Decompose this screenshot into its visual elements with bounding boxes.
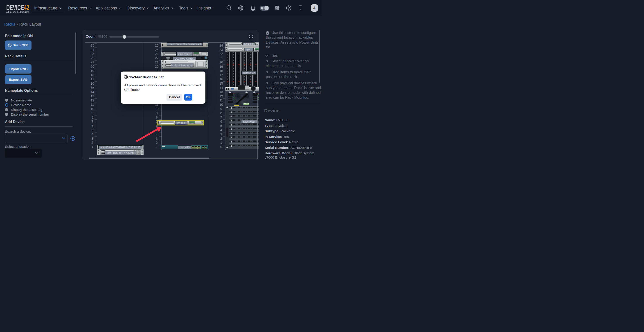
svg-text:16: 16 (91, 82, 94, 85)
svg-text:5: 5 (92, 128, 94, 132)
svg-text:7: 7 (92, 120, 94, 123)
svg-text:21: 21 (91, 60, 94, 64)
svg-text:9: 9 (220, 107, 222, 111)
svg-text:9: 9 (92, 111, 94, 115)
svg-text:10: 10 (91, 107, 94, 111)
svg-text:6: 6 (220, 120, 222, 123)
svg-text:19: 19 (91, 69, 94, 73)
svg-text:14: 14 (91, 90, 94, 94)
svg-text:ups143 / GA07G41017 / 10.42.6.: ups143 / GA07G41017 / 10.42.6.125 (100, 146, 140, 149)
svg-text:2: 2 (92, 141, 94, 144)
svg-text:1: 1 (92, 145, 94, 149)
svg-text:3: 3 (92, 137, 94, 140)
svg-text:22: 22 (220, 52, 223, 55)
svg-text:3: 3 (156, 137, 158, 140)
svg-text:2: 2 (156, 141, 158, 144)
svg-text:13: 13 (91, 94, 94, 98)
svg-text:18: 18 (91, 73, 94, 77)
svg-text:24: 24 (91, 48, 94, 51)
svg-text:9: 9 (156, 111, 158, 115)
svg-text:1: 1 (156, 145, 158, 149)
svg-text:18: 18 (220, 69, 223, 73)
svg-text:15: 15 (91, 86, 94, 89)
svg-text:17: 17 (220, 73, 223, 77)
svg-text:4: 4 (156, 132, 158, 136)
svg-text:8: 8 (156, 116, 158, 119)
svg-text:3: 3 (220, 132, 222, 136)
svg-text:20: 20 (155, 65, 159, 68)
svg-text:15: 15 (220, 82, 223, 85)
svg-text:8: 8 (92, 116, 94, 119)
svg-text:19: 19 (220, 65, 223, 68)
svg-text:14: 14 (220, 86, 223, 89)
svg-text:mpo_switch: mpo_switch (178, 53, 191, 55)
svg-text:16: 16 (220, 77, 223, 81)
svg-text:chassis-02: chassis-02 (243, 71, 255, 74)
svg-text:testports: testports (244, 42, 254, 45)
svg-text:11: 11 (220, 98, 223, 102)
svg-text:24: 24 (155, 48, 159, 51)
svg-text:25: 25 (155, 44, 159, 47)
svg-text:12: 12 (91, 98, 94, 102)
svg-text:apic1: apic1 (246, 48, 252, 51)
svg-text:8: 8 (220, 111, 222, 115)
svg-text:5: 5 (220, 124, 222, 128)
svg-text:20: 20 (91, 65, 94, 68)
svg-text:DC1-RM1-Switch1: DC1-RM1-Switch1 (174, 57, 195, 60)
svg-text:25: 25 (91, 44, 94, 47)
svg-text:LV_B_0: LV_B_0 (177, 122, 186, 124)
svg-text:24: 24 (220, 44, 223, 47)
svg-text:21: 21 (155, 60, 159, 64)
svg-text:23: 23 (220, 48, 223, 51)
svg-text:12: 12 (220, 94, 223, 98)
svg-text:23: 23 (91, 52, 94, 55)
svg-text:0: 0 (220, 145, 222, 149)
svg-text:11: 11 (91, 103, 94, 106)
svg-text:1: 1 (220, 141, 222, 144)
svg-text:IBM PDU / 10.42.255.248: IBM PDU / 10.42.255.248 (107, 152, 134, 154)
svg-text:13: 13 (220, 90, 223, 94)
svg-text:4: 4 (92, 132, 94, 136)
svg-text:localhost.device42.pvt: localhost.device42.pvt (171, 64, 193, 66)
svg-text:22: 22 (91, 56, 94, 60)
svg-text:23: 23 (155, 52, 159, 55)
svg-text:10: 10 (220, 103, 223, 106)
svg-text:7: 7 (220, 116, 222, 119)
svg-text:Patch Panel 20 - Patch Panel: Patch Panel 20 - Patch Panel (169, 43, 201, 45)
svg-text:10: 10 (155, 107, 159, 111)
svg-text:20: 20 (220, 60, 223, 64)
svg-text:4: 4 (220, 128, 222, 132)
svg-text:2: 2 (220, 137, 222, 140)
svg-text:22: 22 (155, 56, 159, 60)
svg-text:ciscoxl23: ciscoxl23 (180, 146, 190, 149)
svg-text:new-switch: new-switch (243, 120, 255, 123)
svg-text:17: 17 (91, 77, 94, 81)
svg-text:21: 21 (220, 56, 223, 60)
svg-text:6: 6 (92, 124, 94, 128)
